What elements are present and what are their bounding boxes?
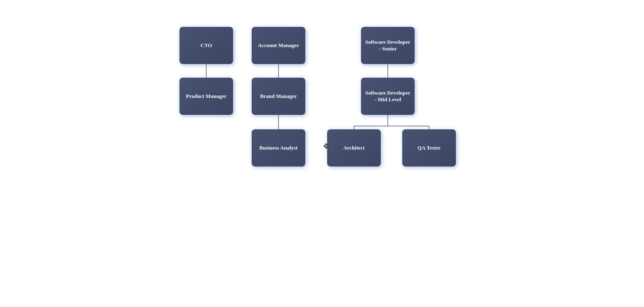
account-manager-node[interactable]: Account Manager xyxy=(252,27,305,64)
connectors-svg xyxy=(0,0,644,307)
software-dev-senior-label: Software Developer - Senior xyxy=(365,39,410,52)
qa-tester-label: QA Tester xyxy=(418,145,441,151)
software-dev-mid-node[interactable]: Software Developer - Mid Level xyxy=(361,78,415,115)
architect-label: Architect xyxy=(343,145,365,151)
cto-node[interactable]: CTO xyxy=(179,27,233,64)
architect-node[interactable]: Architect xyxy=(327,129,381,167)
brand-manager-node[interactable]: Brand Manager xyxy=(252,78,305,115)
brand-manager-label: Brand Manager xyxy=(260,93,297,100)
software-dev-mid-label: Software Developer - Mid Level xyxy=(365,90,410,103)
business-analyst-label: Business Analyst xyxy=(259,145,298,151)
product-manager-node[interactable]: Product Manager xyxy=(179,78,233,115)
software-dev-senior-node[interactable]: Software Developer - Senior xyxy=(361,27,415,64)
diagram-container: CTO Account Manager Software Developer -… xyxy=(0,0,644,307)
business-analyst-node[interactable]: Business Analyst xyxy=(252,129,305,167)
qa-tester-node[interactable]: QA Tester xyxy=(402,129,456,167)
account-manager-label: Account Manager xyxy=(258,42,299,49)
cto-label: CTO xyxy=(201,42,212,49)
product-manager-label: Product Manager xyxy=(186,93,226,100)
